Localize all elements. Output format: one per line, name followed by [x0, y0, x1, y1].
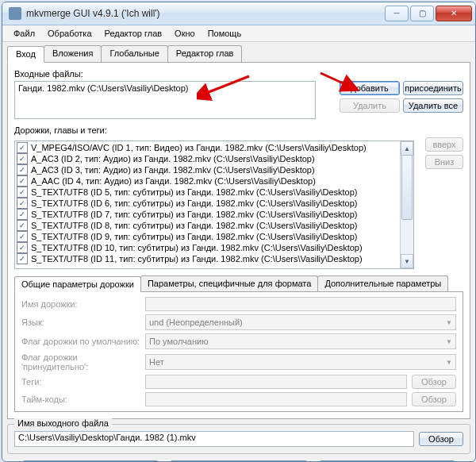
subtab-general[interactable]: Общие параметры дорожки: [14, 276, 141, 292]
menu-chapter-editor[interactable]: Редактор глав: [98, 27, 169, 40]
track-row[interactable]: ✓A_AC3 (ID 2, тип: Аудио) из Ганди. 1982…: [15, 153, 400, 164]
scroll-up-icon[interactable]: ▲: [401, 141, 413, 156]
append-button[interactable]: присоединить: [403, 81, 463, 95]
timecodes-browse-button[interactable]: Обзор: [412, 392, 456, 406]
default-flag-label: Флаг дорожки по умолчанию:: [21, 337, 140, 346]
menu-window[interactable]: Окно: [168, 27, 202, 40]
track-row[interactable]: ✓S_TEXT/UTF8 (ID 11, тип: субтитры) из Г…: [15, 253, 400, 264]
window-title: mkvmerge GUI v4.9.1 ('Ich will'): [26, 8, 385, 19]
forced-flag-label: Флаг дорожки 'принудительно':: [21, 352, 140, 372]
down-button[interactable]: Вниз: [425, 155, 463, 169]
tags-browse-button[interactable]: Обзор: [412, 375, 456, 389]
language-combo[interactable]: und (Неопределенный)▼: [145, 314, 456, 330]
track-label: A_AC3 (ID 3, тип: Аудио) из Ганди. 1982.…: [31, 164, 315, 175]
chevron-down-icon: ▼: [446, 359, 452, 366]
subtab-extra[interactable]: Дополнительные параметры: [317, 275, 448, 291]
chevron-down-icon: ▼: [446, 338, 452, 345]
tracks-label: Дорожки, главы и теги:: [14, 125, 463, 135]
track-row[interactable]: ✓S_TEXT/UTF8 (ID 6, тип: субтитры) из Га…: [15, 198, 400, 209]
checkbox-icon[interactable]: ✓: [17, 142, 28, 153]
tags-label: Теги:: [21, 377, 140, 387]
track-label: S_TEXT/UTF8 (ID 10, тип: субтитры) из Га…: [31, 242, 363, 253]
track-label: S_TEXT/UTF8 (ID 7, тип: субтитры) из Ган…: [31, 209, 358, 220]
track-label: S_TEXT/UTF8 (ID 8, тип: субтитры) из Ган…: [31, 220, 358, 231]
track-sub-tabs: Общие параметры дорожки Параметры, специ…: [14, 275, 463, 291]
track-name-label: Имя дорожки:: [21, 299, 140, 309]
app-window: mkvmerge GUI v4.9.1 ('Ich will') ─ ▢ ✕ Ф…: [2, 2, 476, 462]
checkbox-icon[interactable]: ✓: [17, 220, 28, 231]
remove-button[interactable]: Удалить: [340, 98, 400, 113]
checkbox-icon[interactable]: ✓: [17, 209, 28, 220]
maximize-button[interactable]: ▢: [410, 6, 434, 21]
checkbox-icon[interactable]: ✓: [17, 164, 28, 175]
scrollbar[interactable]: ▲ ▼: [400, 141, 413, 268]
subtab-format[interactable]: Параметры, специфичные для формата: [140, 275, 318, 291]
menu-bar: Файл Обработка Редактор глав Окно Помощь: [2, 25, 475, 42]
tab-attachments[interactable]: Вложения: [44, 45, 102, 62]
track-params-panel: Имя дорожки: Язык: und (Неопределенный)▼…: [14, 291, 463, 412]
titlebar[interactable]: mkvmerge GUI v4.9.1 ('Ich will') ─ ▢ ✕: [2, 2, 475, 25]
track-row[interactable]: ✓A_AC3 (ID 3, тип: Аудио) из Ганди. 1982…: [15, 164, 400, 175]
input-pane: Входные файлы: Ганди. 1982.mkv (C:\Users…: [7, 62, 470, 419]
track-label: S_TEXT/UTF8 (ID 5, тип: субтитры) из Ган…: [31, 187, 358, 198]
menu-processing[interactable]: Обработка: [41, 27, 98, 40]
forced-flag-combo[interactable]: Нет▼: [145, 354, 456, 370]
track-label: V_MPEG4/ISO/AVC (ID 1, тип: Видео) из Га…: [31, 142, 367, 153]
input-files-list[interactable]: Ганди. 1982.mkv (C:\Users\Vasiliy\Deskto…: [14, 81, 316, 119]
checkbox-icon[interactable]: ✓: [17, 198, 28, 209]
track-row[interactable]: ✓S_TEXT/UTF8 (ID 7, тип: субтитры) из Га…: [15, 209, 400, 220]
track-name-input[interactable]: [145, 297, 456, 311]
input-files-label: Входные файлы:: [14, 69, 463, 79]
minimize-button[interactable]: ─: [385, 6, 409, 21]
language-label: Язык:: [21, 318, 140, 327]
track-row[interactable]: ✓S_TEXT/UTF8 (ID 10, тип: субтитры) из Г…: [15, 242, 400, 253]
output-browse-button[interactable]: Обзор: [419, 432, 463, 446]
output-path-input[interactable]: C:\Users\Vasiliy\Desktop\Ганди. 1982 (1)…: [14, 431, 414, 447]
tab-input[interactable]: Вход: [7, 46, 44, 63]
track-row[interactable]: ✓S_TEXT/UTF8 (ID 8, тип: субтитры) из Га…: [15, 220, 400, 231]
checkbox-icon[interactable]: ✓: [17, 253, 28, 264]
tags-input[interactable]: [145, 375, 407, 389]
tab-chapter-editor[interactable]: Редактор глав: [167, 45, 243, 62]
tab-global[interactable]: Глобальные: [101, 45, 167, 62]
track-row[interactable]: ✓A_AAC (ID 4, тип: Аудио) из Ганди. 1982…: [15, 175, 400, 187]
checkbox-icon[interactable]: ✓: [17, 187, 28, 198]
checkbox-icon[interactable]: ✓: [17, 175, 28, 187]
output-group-label: Имя выходного файла: [14, 418, 112, 428]
track-row[interactable]: ✓V_MPEG4/ISO/AVC (ID 1, тип: Видео) из Г…: [15, 142, 400, 153]
track-label: S_TEXT/UTF8 (ID 11, тип: субтитры) из Га…: [31, 253, 363, 264]
tracks-list[interactable]: ✓V_MPEG4/ISO/AVC (ID 1, тип: Видео) из Г…: [14, 141, 414, 269]
track-label: S_TEXT/UTF8 (ID 9, тип: субтитры) из Ган…: [31, 231, 358, 242]
scroll-thumb[interactable]: [401, 155, 413, 220]
track-row[interactable]: ✓S_TEXT/UTF8 (ID 9, тип: субтитры) из Га…: [15, 231, 400, 242]
track-row[interactable]: ✓S_TEXT/UTF8 (ID 5, тип: субтитры) из Га…: [15, 187, 400, 198]
timecodes-label: Тайм-коды:: [21, 395, 140, 404]
up-button[interactable]: вверх: [425, 137, 463, 152]
close-button[interactable]: ✕: [436, 6, 472, 21]
menu-help[interactable]: Помощь: [202, 27, 248, 40]
remove-all-button[interactable]: Удалить все: [403, 98, 463, 113]
chevron-down-icon: ▼: [446, 319, 452, 326]
output-group: Имя выходного файла C:\Users\Vasiliy\Des…: [7, 424, 470, 454]
checkbox-icon[interactable]: ✓: [17, 231, 28, 242]
checkbox-icon[interactable]: ✓: [17, 153, 28, 164]
timecodes-input[interactable]: [145, 392, 407, 406]
checkbox-icon[interactable]: ✓: [17, 242, 28, 253]
main-tabs: Вход Вложения Глобальные Редактор глав: [7, 45, 470, 62]
app-icon: [9, 7, 21, 20]
default-flag-combo[interactable]: По умолчанию▼: [145, 333, 456, 349]
track-label: S_TEXT/UTF8 (ID 6, тип: субтитры) из Ган…: [31, 198, 358, 209]
scroll-down-icon[interactable]: ▼: [401, 254, 413, 268]
add-button[interactable]: добавить: [340, 81, 400, 95]
menu-file[interactable]: Файл: [7, 27, 41, 40]
track-label: A_AC3 (ID 2, тип: Аудио) из Ганди. 1982.…: [31, 153, 315, 164]
track-label: A_AAC (ID 4, тип: Аудио) из Ганди. 1982.…: [31, 175, 316, 187]
